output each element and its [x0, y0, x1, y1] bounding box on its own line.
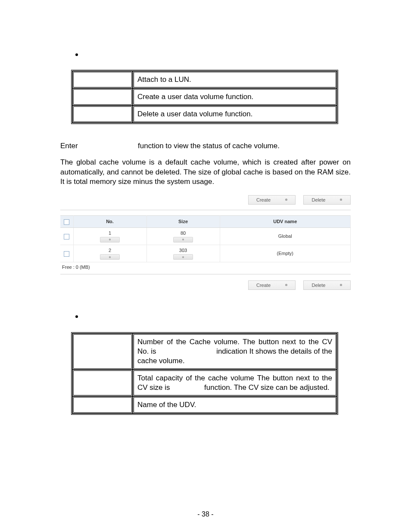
cv-column-description-table: Number of the Cache volume. The button n… — [71, 332, 338, 415]
bullet-1 — [75, 52, 351, 61]
enter-suffix: function to view the status of cache vol… — [138, 142, 280, 150]
table-cell-empty — [72, 396, 133, 414]
more-info-button[interactable] — [100, 254, 120, 260]
table-row: Name of the UDV. — [72, 396, 337, 414]
dot-icon — [182, 256, 184, 258]
table-cell-empty — [72, 106, 133, 123]
bullet-icon — [75, 53, 78, 56]
row-select — [60, 227, 73, 245]
checkbox[interactable] — [64, 251, 69, 257]
checkbox[interactable] — [64, 219, 69, 225]
enter-prefix: Enter — [60, 142, 78, 150]
dot-icon — [109, 256, 111, 258]
cv-size: 80 — [181, 230, 186, 236]
col-no-header: No. — [73, 216, 146, 228]
dot-icon — [109, 239, 111, 240]
table-row: 1 80 Global — [60, 227, 351, 245]
create-button[interactable]: Create — [248, 280, 296, 290]
table-row: Attach to a LUN. — [72, 71, 337, 88]
bullet-2 — [75, 314, 351, 324]
row-no: 1 — [73, 227, 146, 245]
table-header-row: No. Size UDV name — [60, 216, 351, 228]
cv-no: 1 — [109, 230, 111, 236]
table-cell-text: Number of the Cache volume. The button n… — [133, 333, 337, 370]
cv-no: 2 — [109, 247, 111, 253]
bullet-icon — [75, 315, 78, 318]
global-desc-paragraph: The global cache volume is a default cac… — [60, 158, 351, 186]
table-row: Number of the Cache volume. The button n… — [72, 333, 337, 370]
table-cell-text: Name of the UDV. — [133, 396, 337, 414]
resize-button[interactable] — [173, 237, 193, 243]
table-cell-text: Delete a user data volume function. — [133, 106, 337, 123]
text-b: indication It shows the — [216, 347, 288, 355]
cache-volume-figure: Create Delete No. Size UDV name — [60, 194, 351, 292]
table-cell-empty — [72, 71, 133, 88]
table-cell-empty — [72, 88, 133, 106]
row-select — [60, 245, 73, 262]
row-no: 2 — [73, 245, 146, 262]
cv-size: 303 — [179, 247, 187, 253]
figure-actions-top: Create Delete — [60, 194, 351, 210]
col-size-header: Size — [146, 216, 220, 228]
col-udv-header: UDV name — [220, 216, 351, 228]
table-cell-text: Total capacity of the cache volume The b… — [133, 370, 337, 396]
udv-operations-table: Attach to a LUN. Create a user data volu… — [71, 70, 338, 124]
text-b: function. The CV size can be — [204, 383, 298, 392]
dot-icon — [182, 239, 184, 240]
create-button[interactable]: Create — [248, 195, 296, 205]
row-udv: (Empty) — [220, 245, 351, 262]
table-cell-empty — [72, 333, 133, 370]
row-udv: Global — [220, 227, 351, 245]
checkbox[interactable] — [64, 234, 69, 240]
free-label: Free : 0 (MB) — [60, 262, 351, 274]
dot-icon — [285, 284, 287, 286]
table-cell-text: Attach to a LUN. — [133, 71, 337, 88]
dot-icon — [285, 199, 287, 201]
cache-volume-table: No. Size UDV name 1 80 — [60, 215, 351, 262]
select-all-header — [60, 216, 73, 228]
create-label: Create — [256, 282, 271, 288]
table-row: Delete a user data volume function. — [72, 106, 337, 123]
table-row: Create a user data volume function. — [72, 88, 337, 106]
delete-button[interactable]: Delete — [303, 195, 351, 205]
row-size: 80 — [146, 227, 220, 245]
resize-button[interactable] — [173, 254, 193, 260]
text-c: adjusted. — [300, 383, 330, 392]
figure-actions-bottom: Create Delete — [60, 278, 351, 292]
table-row: 2 303 (Empty) — [60, 245, 351, 262]
delete-label: Delete — [312, 197, 326, 203]
create-label: Create — [256, 197, 271, 203]
page-number: - 38 - — [0, 510, 411, 519]
table-row: Total capacity of the cache volume The b… — [72, 370, 337, 396]
delete-label: Delete — [312, 282, 326, 288]
delete-button[interactable]: Delete — [303, 280, 351, 290]
dot-icon — [340, 199, 342, 201]
row-size: 303 — [146, 245, 220, 262]
enter-paragraph: Enter function to view the status of cac… — [60, 141, 351, 151]
page: Attach to a LUN. Create a user data volu… — [0, 0, 411, 532]
table-cell-empty — [72, 370, 133, 396]
more-info-button[interactable] — [100, 237, 120, 243]
dot-icon — [340, 284, 342, 286]
table-cell-text: Create a user data volume function. — [133, 88, 337, 106]
